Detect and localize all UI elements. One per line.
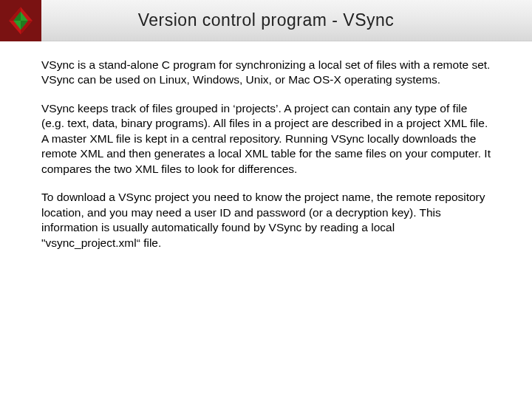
slide-body: VSync is a stand-alone C program for syn… (0, 41, 532, 279)
paragraph-2: VSync keeps track of files grouped in ‘p… (41, 101, 491, 177)
slide-header: Version control program - VSync (0, 0, 532, 41)
slide-title: Version control program - VSync (41, 10, 532, 30)
logo-icon (4, 4, 37, 37)
logo-container (0, 0, 41, 41)
paragraph-1: VSync is a stand-alone C program for syn… (41, 58, 491, 88)
paragraph-3: To download a VSync project you need to … (41, 190, 491, 250)
